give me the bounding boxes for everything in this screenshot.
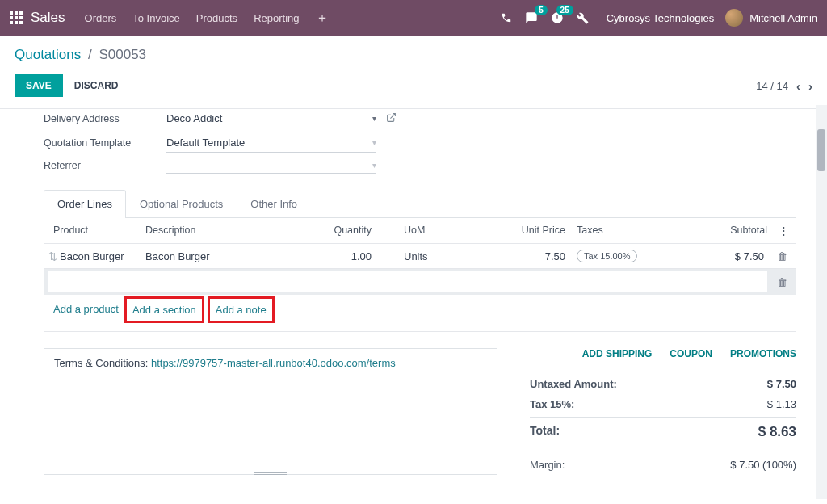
total-label: Total: (530, 424, 560, 440)
th-uom: UoM (372, 225, 468, 237)
th-product: Product (48, 225, 145, 237)
add-links: Add a product Add a section Add a note (44, 295, 796, 331)
terms-link[interactable]: https://9979757-master-all.runbot40.odoo… (151, 357, 396, 369)
th-quantity: Quantity (283, 225, 372, 237)
svg-rect-5 (19, 16, 23, 19)
template-input[interactable]: Default Template ▾ (166, 133, 376, 153)
nav-reporting[interactable]: Reporting (254, 12, 299, 24)
referrer-input[interactable]: ▾ (166, 158, 376, 174)
td-quantity[interactable]: 1.00 (283, 250, 372, 262)
svg-rect-3 (10, 16, 13, 19)
svg-rect-1 (15, 11, 18, 15)
content-area: Delivery Address Deco Addict ▾ Quotation… (0, 108, 827, 504)
tax-value: $ 1.13 (740, 398, 796, 410)
th-description: Description (145, 225, 283, 237)
th-taxes: Taxes (565, 225, 662, 237)
untaxed-label: Untaxed Amount: (530, 378, 617, 390)
messaging-badge: 5 (535, 5, 548, 15)
nav-plus-icon[interactable]: ＋ (316, 10, 329, 27)
delivery-value: Deco Addict (166, 112, 222, 124)
order-lines-table: Product Description Quantity UoM Unit Pr… (44, 218, 796, 332)
table-row[interactable]: ⇅ Bacon Burger Bacon Burger 1.00 Units 7… (44, 243, 796, 268)
tab-order-lines[interactable]: Order Lines (44, 190, 126, 218)
tabs: Order Lines Optional Products Other Info (44, 190, 796, 218)
pager-prev-icon[interactable]: ‹ (796, 79, 800, 93)
add-note-link[interactable]: Add a note (208, 296, 275, 323)
td-taxes[interactable]: Tax 15.00% (565, 250, 662, 262)
external-link-icon[interactable] (386, 112, 397, 125)
breadcrumb-bar: Quotations / S00053 (0, 36, 827, 66)
tax-chip: Tax 15.00% (577, 250, 637, 262)
breadcrumb-root[interactable]: Quotations (15, 47, 81, 62)
user-menu[interactable]: Mitchell Admin (725, 9, 817, 27)
scrollbar-thumb[interactable] (817, 129, 825, 171)
save-button[interactable]: SAVE (15, 74, 63, 97)
td-description[interactable]: Bacon Burger (145, 250, 283, 262)
td-product[interactable]: Bacon Burger (60, 250, 145, 262)
nav-to-invoice[interactable]: To Invoice (132, 12, 180, 24)
tab-optional-products[interactable]: Optional Products (126, 190, 237, 217)
th-subtotal: Subtotal (662, 225, 775, 237)
td-subtotal: $ 7.50 (662, 250, 772, 262)
action-bar: SAVE DISCARD 14 / 14 ‹ › (0, 66, 827, 108)
apps-icon[interactable] (10, 11, 23, 24)
terms-textarea[interactable]: Terms & Conditions: https://9979757-mast… (44, 348, 497, 475)
delete-row-icon[interactable]: 🗑 (772, 276, 791, 288)
top-nav: Sales Orders To Invoice Products Reporti… (0, 0, 827, 36)
discard-button[interactable]: DISCARD (74, 80, 119, 91)
breadcrumb-sep: / (88, 47, 92, 62)
tools-icon[interactable] (577, 12, 589, 24)
margin-value: $ 7.50 (100%) (707, 459, 796, 471)
nav-orders[interactable]: Orders (85, 12, 117, 24)
messaging-icon[interactable]: 5 (525, 11, 538, 24)
margin-label: Margin: (530, 459, 565, 471)
coupon-link[interactable]: COUPON (670, 348, 712, 359)
nav-products[interactable]: Products (196, 12, 237, 24)
tab-other-info[interactable]: Other Info (237, 190, 311, 217)
svg-rect-0 (10, 11, 13, 15)
template-value: Default Template (166, 136, 245, 149)
terms-prefix: Terms & Conditions: (54, 357, 151, 369)
delete-row-icon[interactable]: 🗑 (772, 250, 791, 262)
template-label: Quotation Template (44, 137, 166, 149)
caret-icon: ▾ (372, 161, 376, 170)
breadcrumb-current: S00053 (99, 47, 146, 62)
pager-next-icon[interactable]: › (808, 79, 812, 93)
caret-icon: ▾ (372, 138, 376, 147)
pager-text[interactable]: 14 / 14 (756, 80, 788, 92)
svg-rect-2 (19, 11, 23, 15)
add-shipping-link[interactable]: ADD SHIPPING (582, 348, 653, 359)
summary-panel: ADD SHIPPING COUPON PROMOTIONS Untaxed A… (530, 348, 796, 475)
td-uom[interactable]: Units (372, 250, 468, 262)
activities-badge: 25 (556, 5, 573, 15)
svg-rect-7 (15, 21, 18, 24)
referrer-label: Referrer (44, 160, 166, 171)
untaxed-value: $ 7.50 (740, 378, 796, 390)
delivery-label: Delivery Address (44, 113, 166, 124)
caret-icon: ▾ (372, 114, 376, 123)
total-value: $ 8.63 (740, 424, 796, 440)
table-row-editing[interactable]: 🗑 (44, 268, 796, 295)
avatar (725, 9, 743, 27)
brand[interactable]: Sales (31, 10, 65, 26)
promotions-link[interactable]: PROMOTIONS (730, 348, 796, 359)
svg-rect-4 (15, 16, 18, 19)
td-unit-price[interactable]: 7.50 (468, 250, 565, 262)
svg-rect-8 (19, 21, 23, 24)
new-line-input[interactable] (48, 271, 767, 292)
delivery-input[interactable]: Deco Addict ▾ (166, 109, 376, 128)
phone-icon[interactable] (501, 12, 512, 23)
svg-rect-6 (10, 21, 13, 24)
drag-handle-icon[interactable]: ⇅ (48, 250, 60, 262)
th-more-icon[interactable]: ⋮ (775, 225, 791, 237)
add-product-link[interactable]: Add a product (48, 303, 124, 323)
company-name[interactable]: Cybrosys Technologies (607, 12, 714, 24)
add-section-link[interactable]: Add a section (124, 296, 204, 323)
user-name: Mitchell Admin (749, 12, 817, 24)
tax-label: Tax 15%: (530, 398, 574, 410)
th-unit-price: Unit Price (468, 225, 565, 237)
activities-icon[interactable]: 25 (551, 11, 564, 24)
resize-handle-icon[interactable] (254, 472, 287, 475)
